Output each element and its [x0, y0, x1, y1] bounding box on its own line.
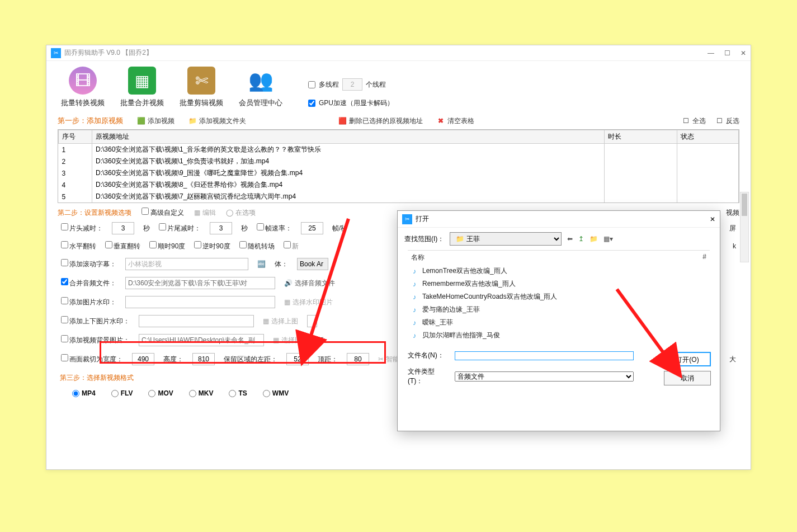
member-center-button[interactable]: 👥 会员管理中心	[235, 67, 286, 108]
select-all-button[interactable]: ☐全选	[681, 116, 706, 126]
table-row[interactable]: 3D:\360安全浏览器下载\视频\9_国漫《哪吒之魔童降世》视频合集.mp4	[59, 167, 739, 179]
selectall-icon: ☐	[681, 116, 690, 125]
flip-h-checkbox[interactable]	[61, 241, 68, 248]
crop-width-input[interactable]	[132, 353, 154, 365]
filetype-row: 文件类型(T)： 音频文件	[398, 364, 664, 389]
view-icon[interactable]: ▦▾	[603, 235, 613, 243]
dialog-cancel-button[interactable]: 取消	[664, 371, 711, 385]
minimize-button[interactable]: —	[708, 49, 714, 57]
video-table: 序号 原视频地址 时长 状态 1D:\360安全浏览器下载\视频\1_音乐老师的…	[58, 129, 739, 203]
dialog-icon: ✂	[402, 214, 412, 224]
table-row[interactable]: 5D:\360安全浏览器下载\视频\7_赵丽颖宫锁沉香纪念琉璃六周年.mp4	[59, 191, 739, 203]
fmt-mp4[interactable]	[72, 390, 79, 397]
fmt-mkv[interactable]	[189, 390, 196, 397]
scope-select[interactable]: 📁 王菲	[450, 232, 562, 246]
pick-audio-button[interactable]: 🔊选择音频文件	[284, 279, 335, 288]
format-radios: MP4 FLV MOV MKV TS WMV	[58, 383, 399, 404]
gpu-checkbox[interactable]	[308, 100, 315, 107]
crop-checkbox[interactable]	[61, 354, 68, 361]
screen-suffix: 屏	[729, 224, 736, 233]
list-item[interactable]: ♪TakeMeHomeCountryRoads双吉他改编_雨人	[408, 290, 710, 303]
fmt-wmv[interactable]	[263, 390, 270, 397]
batch-convert-button[interactable]: 🎞 批量转换视频	[58, 67, 108, 108]
step2-label: 第二步：设置新视频选项	[58, 208, 131, 218]
merge-audio-checkbox[interactable]	[61, 278, 68, 285]
open-dialog: ✂ 打开 ✕ 查找范围(I)： 📁 王菲 ⬅ ↥ 📁 ▦▾ 名称# ♪Lemon…	[397, 210, 720, 431]
table-scrollbar[interactable]	[740, 192, 749, 262]
music-icon: ♪	[410, 280, 419, 289]
up-icon[interactable]: ↥	[578, 235, 584, 243]
bg-path-input[interactable]	[139, 334, 264, 346]
multithread-checkbox[interactable]	[308, 81, 315, 88]
keep-top-input[interactable]	[347, 353, 369, 365]
audio-path-input[interactable]	[125, 277, 275, 289]
list-item[interactable]: ♪暧昧_王菲	[408, 316, 710, 329]
invert-icon: ☐	[715, 116, 724, 125]
multithread-option[interactable]: 多线程 个线程	[308, 78, 394, 91]
close-button[interactable]: ✕	[741, 49, 746, 57]
back-icon[interactable]: ⬅	[567, 235, 573, 243]
watermark-checkbox[interactable]	[61, 297, 68, 304]
in-option[interactable]: ◯ 在选项	[226, 208, 255, 218]
head-trim-checkbox[interactable]	[61, 223, 68, 230]
list-item[interactable]: ♪爱与痛的边缘_王菲	[408, 303, 710, 316]
table-row[interactable]: 4D:\360安全浏览器下载\视频\8_《归还世界给你》视频合集.mp4	[59, 179, 739, 191]
flip-v-checkbox[interactable]	[105, 241, 112, 248]
clear-table-button[interactable]: ✖清空表格	[436, 116, 474, 126]
pick-top-button[interactable]: ▦选择上图	[263, 317, 298, 326]
watermark-input[interactable]	[125, 296, 275, 308]
music-icon: ♪	[410, 331, 419, 340]
keep-left-input[interactable]	[286, 353, 309, 365]
ccw90-checkbox[interactable]	[194, 241, 201, 248]
table-row[interactable]: 2D:\360安全浏览器下载\视频\1_你负责读书就好，加油.mp4	[59, 156, 739, 167]
tail-trim-input[interactable]	[210, 222, 232, 234]
list-item[interactable]: ♪Rememberme双吉他改编_雨人	[408, 277, 710, 290]
random-transition-checkbox[interactable]	[239, 241, 247, 248]
main-toolbar: 🎞 批量转换视频 ▦ 批量合并视频 ✄ 批量剪辑视频 👥 会员管理中心 多线程 …	[46, 61, 751, 112]
list-item[interactable]: ♪LemonTree双吉他改编_雨人	[408, 265, 710, 277]
threads-input[interactable]	[342, 78, 362, 91]
dialog-close-button[interactable]: ✕	[710, 215, 715, 223]
add-video-icon: 🟩	[136, 116, 145, 125]
fmt-mov[interactable]	[148, 390, 155, 397]
dialog-open-button[interactable]: 打开(O)	[664, 352, 711, 366]
delete-selected-button[interactable]: 🟥删除已选择的原视频地址	[338, 116, 423, 126]
batch-edit-button[interactable]: ✄ 批量剪辑视频	[176, 67, 227, 108]
main-window: ✂ 固乔剪辑助手 V9.0 【固乔2】 — ☐ ✕ 🎞 批量转换视频 ▦ 批量合…	[46, 45, 751, 470]
adv-option[interactable]: 高级自定义	[142, 208, 184, 218]
tb-watermark-input[interactable]	[139, 315, 254, 327]
filename-input[interactable]	[455, 351, 634, 360]
gpu-option[interactable]: GPU加速（用显卡解码）	[308, 98, 394, 108]
file-list[interactable]: 名称# ♪LemonTree双吉他改编_雨人♪Rememberme双吉他改编_雨…	[408, 250, 710, 347]
table-row[interactable]: 1D:\360安全浏览器下载\视频\1_音乐老师的英文歌是这么教的？？教室节快乐	[59, 144, 739, 156]
batch-merge-button[interactable]: ▦ 批量合并视频	[117, 67, 167, 108]
maximize-button[interactable]: ☐	[724, 49, 730, 57]
fmt-flv[interactable]	[111, 390, 119, 397]
fps-checkbox[interactable]	[257, 223, 264, 230]
crop-height-input[interactable]	[192, 353, 215, 365]
fps-input[interactable]	[301, 222, 323, 234]
invert-select-button[interactable]: ☐反选	[715, 116, 739, 126]
font-picker[interactable]: 🔤	[257, 260, 266, 268]
k-suffix: k	[733, 242, 736, 250]
col-number: 序号	[59, 130, 92, 144]
edit-button[interactable]: ▦编辑	[194, 208, 216, 218]
filetype-select[interactable]: 音频文件	[455, 371, 634, 382]
tb-watermark-checkbox[interactable]	[61, 316, 68, 323]
font-name[interactable]	[297, 258, 328, 270]
bg-checkbox[interactable]	[61, 335, 68, 342]
add-video-button[interactable]: 🟩添加视频	[136, 116, 175, 126]
new-folder-icon[interactable]: 📁	[590, 235, 598, 243]
list-item[interactable]: ♪贝加尔湖畔吉他指弹_马俊	[408, 329, 710, 342]
pick-bg-button[interactable]: ▦选择图片	[273, 336, 308, 345]
add-folder-button[interactable]: 📁添加视频文件夹	[188, 116, 246, 126]
head-trim-input[interactable]	[112, 222, 134, 234]
cw90-checkbox[interactable]	[149, 241, 157, 248]
subtitle-input[interactable]	[125, 258, 248, 270]
subtitle-checkbox[interactable]	[61, 259, 68, 266]
step1-bar: 第一步：添加原视频 🟩添加视频 📁添加视频文件夹 🟥删除已选择的原视频地址 ✖清…	[46, 112, 751, 129]
tail-trim-checkbox[interactable]	[159, 223, 166, 230]
fmt-ts[interactable]	[229, 390, 236, 397]
pick-watermark-button[interactable]: ▦选择水印图片	[284, 298, 333, 307]
music-icon: ♪	[410, 293, 419, 302]
